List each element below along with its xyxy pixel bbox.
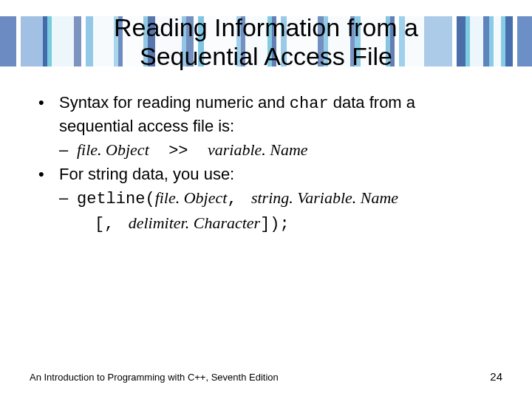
- slide-number: 24: [490, 370, 502, 383]
- bullet-marker: •: [38, 92, 59, 137]
- bullet-marker: •: [38, 163, 59, 185]
- code-char: char: [290, 95, 329, 113]
- title-line-2: Sequential Access File: [140, 42, 392, 70]
- sub-bullet-1-text: file. Object >> variable. Name: [77, 139, 308, 163]
- sub-bullet-2: – getline(file. Object, string. Variable…: [38, 187, 494, 211]
- bullet-2: • For string data, you use:: [38, 163, 494, 185]
- sub-bullet-1: – file. Object >> variable. Name: [38, 139, 494, 163]
- footer-text: An Introduction to Programming with C++,…: [30, 372, 279, 383]
- title-line-1: Reading Information from a: [114, 13, 418, 41]
- slide: Reading Information from a Sequential Ac…: [0, 0, 532, 399]
- sub-bullet-2-cont: [, delimiter. Character]);: [38, 212, 494, 236]
- sub-bullet-2-text: getline(file. Object, string. Variable. …: [77, 187, 398, 211]
- bullet-1-text: Syntax for reading numeric and char data…: [59, 92, 494, 137]
- dash-marker: –: [59, 139, 77, 163]
- slide-title: Reading Information from a Sequential Ac…: [0, 0, 532, 71]
- slide-body: • Syntax for reading numeric and char da…: [0, 71, 532, 235]
- bullet-2-text: For string data, you use:: [59, 163, 234, 185]
- dash-marker: –: [59, 187, 77, 211]
- bullet-1: • Syntax for reading numeric and char da…: [38, 92, 494, 137]
